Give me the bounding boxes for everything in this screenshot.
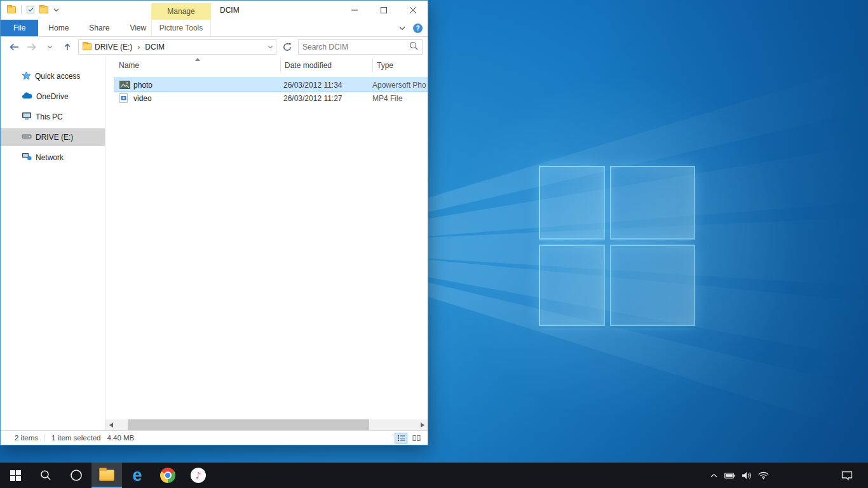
scrollbar-thumb[interactable] <box>128 419 369 430</box>
sidebar-item-label: OneDrive <box>36 92 69 101</box>
details-view-button[interactable] <box>395 433 407 444</box>
minimize-button[interactable] <box>340 1 369 20</box>
windows-start-icon <box>10 470 21 481</box>
file-explorer-icon <box>99 470 114 481</box>
maximize-button[interactable] <box>369 1 398 20</box>
tab-picture-tools[interactable]: Picture Tools <box>151 20 211 36</box>
sidebar-item-this-pc[interactable]: This PC <box>1 108 105 126</box>
scroll-left-arrow-icon[interactable] <box>105 419 116 430</box>
customize-qat-chevron-icon[interactable] <box>53 5 59 14</box>
up-button[interactable] <box>60 40 74 54</box>
taskbar-chrome-button[interactable] <box>153 463 183 488</box>
address-dropdown-chevron-icon[interactable] <box>268 45 273 49</box>
scrollbar-track[interactable] <box>116 419 417 430</box>
ribbon-right-controls: ? <box>399 20 423 36</box>
file-type: MP4 File <box>372 94 428 103</box>
expand-ribbon-chevron-icon[interactable] <box>399 24 405 32</box>
large-icons-view-button[interactable] <box>410 433 423 444</box>
search-box[interactable] <box>298 39 423 55</box>
quick-access-toolbar <box>7 5 59 14</box>
search-input[interactable] <box>302 43 409 51</box>
column-separator[interactable] <box>280 58 281 72</box>
drive-icon <box>22 133 32 142</box>
system-tray <box>705 463 771 488</box>
recent-locations-chevron-icon[interactable] <box>43 40 57 54</box>
column-header-name[interactable]: Name <box>119 61 139 70</box>
file-rows: photo 26/03/2012 11:34 Apowersoft Pho vi… <box>105 78 428 105</box>
network-icon <box>22 152 32 163</box>
tab-home[interactable]: Home <box>38 20 79 36</box>
edge-icon: e <box>132 467 142 484</box>
scroll-right-arrow-icon[interactable] <box>417 419 428 430</box>
sidebar-item-quick-access[interactable]: Quick access <box>1 67 105 85</box>
file-date-modified: 26/03/2012 11:34 <box>283 81 372 90</box>
file-type: Apowersoft Pho <box>372 81 428 90</box>
help-icon[interactable]: ? <box>413 24 423 33</box>
refresh-icon[interactable] <box>280 40 294 54</box>
manage-contextual-group[interactable]: Manage <box>151 3 211 20</box>
explorer-window-icon <box>7 6 16 13</box>
status-separator <box>44 434 45 442</box>
column-headers: Name Date modified Type <box>105 57 428 74</box>
forward-button[interactable] <box>25 40 39 54</box>
status-selected-size: 4.40 MB <box>107 434 134 442</box>
folder-icon <box>83 43 92 50</box>
breadcrumb-folder[interactable]: DCIM <box>145 43 165 51</box>
file-row-photo[interactable]: photo 26/03/2012 11:34 Apowersoft Pho <box>114 78 428 92</box>
back-button[interactable] <box>7 40 21 54</box>
column-header-type[interactable]: Type <box>377 61 393 70</box>
start-button[interactable] <box>0 463 31 488</box>
window-title: DCIM <box>220 6 240 15</box>
taskbar: e ♪ <box>0 463 868 488</box>
horizontal-scrollbar[interactable] <box>105 419 428 430</box>
breadcrumb-drive[interactable]: DRIVE (E:) <box>95 43 132 51</box>
sidebar-item-onedrive[interactable]: OneDrive <box>1 88 105 105</box>
column-separator[interactable] <box>372 58 373 72</box>
sidebar-item-drive-e[interactable]: DRIVE (E:) <box>1 128 105 146</box>
monitor-icon <box>22 112 32 122</box>
photo-thumbnail-icon <box>119 81 130 89</box>
action-center-icon <box>841 471 853 480</box>
wifi-icon[interactable] <box>755 463 771 488</box>
sidebar-item-label: Network <box>36 153 64 162</box>
star-icon <box>22 71 31 82</box>
breadcrumb-separator-icon: › <box>135 43 142 51</box>
view-toggles <box>395 433 423 444</box>
itunes-icon: ♪ <box>191 468 206 483</box>
status-item-count: 2 items <box>15 434 38 442</box>
properties-icon[interactable] <box>27 6 34 13</box>
cortana-button[interactable] <box>61 463 92 488</box>
volume-icon[interactable] <box>738 463 755 488</box>
cortana-circle-icon <box>70 469 83 482</box>
status-selected-count: 1 item selected <box>51 434 100 442</box>
search-icon[interactable] <box>409 41 418 52</box>
file-list-area: Name Date modified Type photo 26/03/2012… <box>105 57 428 430</box>
tab-file[interactable]: File <box>1 20 38 36</box>
main-area: Quick access OneDrive This PC DRIVE (E:)… <box>1 57 428 430</box>
taskbar-search-button[interactable] <box>31 463 61 488</box>
toolbar-separator <box>21 5 22 14</box>
title-bar: Manage DCIM <box>1 1 428 20</box>
close-button[interactable] <box>398 1 428 20</box>
new-folder-icon[interactable] <box>39 6 48 13</box>
sidebar-item-label: Quick access <box>35 72 80 81</box>
sidebar-item-label: This PC <box>36 112 63 121</box>
chrome-icon <box>160 468 175 483</box>
sidebar-item-network[interactable]: Network <box>1 149 105 166</box>
ribbon-tab-row: File Home Share View Picture Tools ? <box>1 20 428 37</box>
column-header-date-modified[interactable]: Date modified <box>285 61 332 70</box>
search-icon <box>40 470 51 481</box>
tab-share[interactable]: Share <box>79 20 119 36</box>
file-name: video <box>133 94 283 103</box>
navigation-pane: Quick access OneDrive This PC DRIVE (E:)… <box>1 57 105 430</box>
action-center-button[interactable] <box>836 463 858 488</box>
status-bar: 2 items 1 item selected 4.40 MB <box>1 430 428 445</box>
taskbar-edge-button[interactable]: e <box>122 463 153 488</box>
file-name: photo <box>133 81 283 90</box>
address-bar[interactable]: DRIVE (E:) › DCIM <box>78 39 276 55</box>
battery-icon[interactable] <box>722 463 738 488</box>
taskbar-itunes-button[interactable]: ♪ <box>183 463 214 488</box>
hidden-icons-chevron-icon[interactable] <box>705 463 722 488</box>
file-row-video[interactable]: video 26/03/2012 11:27 MP4 File <box>114 92 428 105</box>
taskbar-file-explorer-button[interactable] <box>92 463 122 488</box>
